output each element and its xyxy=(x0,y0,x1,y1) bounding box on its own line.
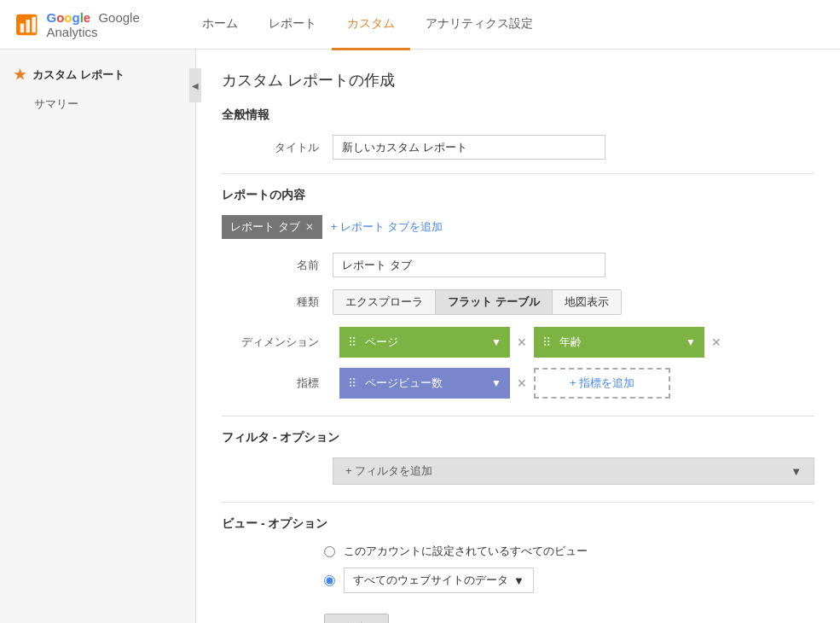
sidebar-sub-summary[interactable]: サマリー xyxy=(0,91,195,117)
view-section: ビュー - オプション このアカウントに設定されているすべてのビュー すべてのウ… xyxy=(222,516,814,593)
dimension-1-label: ページ xyxy=(365,335,398,350)
divider-1 xyxy=(222,173,814,174)
svg-rect-2 xyxy=(26,19,30,32)
view-dropdown-chevron-icon: ▼ xyxy=(513,574,524,587)
logo-text: Google Google Analytics xyxy=(47,10,188,39)
chevron-down-metric-icon: ▼ xyxy=(491,377,501,389)
view-title: ビュー - オプション xyxy=(222,516,814,532)
tab-close-button[interactable]: ✕ xyxy=(305,221,314,233)
dimension-label: ディメンション xyxy=(222,335,333,350)
type-btn-explorer[interactable]: エクスプローラ xyxy=(333,289,436,315)
chevron-down-icon: ▼ xyxy=(491,336,501,348)
add-filter-dropdown[interactable]: + フィルタを追加 ▼ xyxy=(333,457,814,485)
sidebar: ★ カスタム レポート サマリー xyxy=(0,49,196,623)
save-button[interactable]: 保存 xyxy=(324,614,389,623)
view-option-1-label: このアカウントに設定されているすべてのビュー xyxy=(344,544,588,559)
action-buttons: 保存 キャンセル xyxy=(222,614,814,623)
view-dropdown[interactable]: すべてのウェブサイトのデータ ▼ xyxy=(344,568,534,593)
ga-logo-icon xyxy=(14,11,40,38)
divider-3 xyxy=(222,502,814,503)
dimension-dropdown-2[interactable]: ⠿ 年齢 ▼ xyxy=(534,327,704,358)
view-radio-website-data[interactable] xyxy=(324,575,335,586)
drag-handle-metric-icon: ⠿ xyxy=(348,376,356,390)
type-row: 種類 エクスプローラ フラット テーブル 地図表示 xyxy=(222,289,814,315)
add-filter-label: + フィルタを追加 xyxy=(345,463,432,479)
name-row: 名前 xyxy=(222,253,814,277)
general-info-title: 全般情報 xyxy=(222,108,814,123)
dimension-2-label: 年齢 xyxy=(559,335,582,350)
sidebar-main-item-label: カスタム レポート xyxy=(32,67,125,83)
metric-label: 指標 xyxy=(222,376,333,391)
view-radio-row-1: このアカウントに設定されているすべてのビュー xyxy=(222,544,814,559)
star-icon: ★ xyxy=(14,67,26,83)
layout: ★ カスタム レポート サマリー ◀ カスタム レポートの作成 全般情報 タイト… xyxy=(0,49,840,623)
logo-area: Google Google Analytics xyxy=(14,10,187,39)
general-info-section: 全般情報 タイトル xyxy=(222,108,814,160)
name-input[interactable] xyxy=(333,253,605,277)
metric-dropdown-1[interactable]: ⠿ ページビュー数 ▼ xyxy=(339,368,510,399)
page-title: カスタム レポートの作成 xyxy=(222,70,814,90)
type-btn-flat-table[interactable]: フラット テーブル xyxy=(436,289,553,315)
dimension-row: ディメンション ⠿ ページ ▼ ✕ ⠿ 年齢 ▼ ✕ xyxy=(222,327,814,358)
title-row: タイトル xyxy=(222,135,814,160)
nav-custom[interactable]: カスタム xyxy=(332,1,410,50)
nav-home[interactable]: ホーム xyxy=(187,1,253,50)
chevron-down-icon-2: ▼ xyxy=(686,336,696,348)
filter-section: フィルタ - オプション + フィルタを追加 ▼ xyxy=(222,430,814,485)
report-content-title: レポートの内容 xyxy=(222,188,814,203)
metric-1-close-button[interactable]: ✕ xyxy=(517,376,527,390)
main-nav: ホーム レポート カスタム アナリティクス設定 xyxy=(187,0,548,49)
dimension-1-close-button[interactable]: ✕ xyxy=(517,335,527,349)
nav-analytics-settings[interactable]: アナリティクス設定 xyxy=(410,1,548,50)
sidebar-collapse-button[interactable]: ◀ xyxy=(189,68,201,102)
divider-2 xyxy=(222,416,814,416)
view-dropdown-label: すべてのウェブサイトのデータ xyxy=(353,573,508,588)
report-content-section: レポートの内容 レポート タブ ✕ + レポート タブを追加 名前 種類 エクス… xyxy=(222,188,814,399)
report-tab-item[interactable]: レポート タブ ✕ xyxy=(222,215,322,239)
add-tab-button[interactable]: + レポート タブを追加 xyxy=(331,219,443,235)
drag-handle-icon-2: ⠿ xyxy=(542,335,551,349)
filter-chevron-icon: ▼ xyxy=(791,465,802,478)
drag-handle-icon: ⠿ xyxy=(348,335,356,349)
svg-rect-1 xyxy=(20,23,25,32)
add-metric-button[interactable]: + 指標を追加 xyxy=(534,368,670,399)
metric-1-label: ページビュー数 xyxy=(365,376,443,391)
type-label: 種類 xyxy=(222,294,333,310)
title-label: タイトル xyxy=(222,140,333,155)
report-tab-label: レポート タブ xyxy=(230,219,300,235)
view-radio-row-2: すべてのウェブサイトのデータ ▼ xyxy=(222,568,814,593)
main-content: カスタム レポートの作成 全般情報 タイトル レポートの内容 レポート タブ ✕… xyxy=(196,49,840,623)
svg-rect-3 xyxy=(32,16,36,32)
filter-title: フィルタ - オプション xyxy=(222,430,814,445)
view-radio-all-views[interactable] xyxy=(324,546,335,557)
sidebar-item-custom-reports[interactable]: ★ カスタム レポート xyxy=(0,58,195,91)
type-btn-map[interactable]: 地図表示 xyxy=(553,289,622,315)
metric-row: 指標 ⠿ ページビュー数 ▼ ✕ + 指標を追加 xyxy=(222,368,814,399)
dimension-dropdown-1[interactable]: ⠿ ページ ▼ xyxy=(339,327,510,358)
header: Google Google Analytics ホーム レポート カスタム アナ… xyxy=(0,0,840,49)
title-input[interactable] xyxy=(333,135,605,160)
nav-report[interactable]: レポート xyxy=(253,1,332,50)
name-label: 名前 xyxy=(222,258,333,273)
report-tabs-bar: レポート タブ ✕ + レポート タブを追加 xyxy=(222,215,814,239)
type-buttons: エクスプローラ フラット テーブル 地図表示 xyxy=(333,289,622,315)
dimension-2-close-button[interactable]: ✕ xyxy=(711,335,721,349)
